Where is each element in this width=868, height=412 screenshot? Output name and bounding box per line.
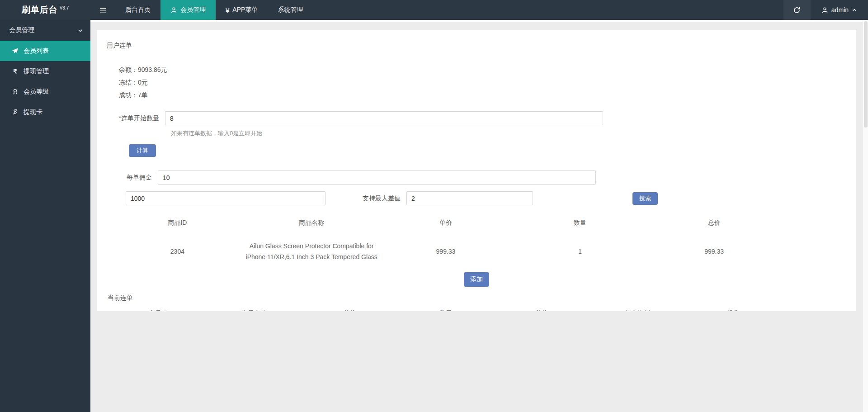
- current-chain-table: 商品ID 商品名称 单价 数量 总价 佣金比例 操作: [110, 303, 781, 311]
- tab-system-management-label: 系统管理: [278, 6, 303, 14]
- search-button[interactable]: 搜索: [632, 192, 658, 205]
- product-total-cell: 999.33: [647, 232, 781, 262]
- sidebar-item-member-level[interactable]: 会员等级: [0, 81, 90, 102]
- column-header: 操作: [685, 303, 781, 311]
- product-search-table: 商品ID 商品名称 单价 数量 总价 2304 Ailun Glass Scre…: [110, 211, 781, 262]
- success-stat: 成功：7单: [119, 91, 856, 99]
- table-row: 2304 Ailun Glass Screen Protector Compat…: [110, 232, 781, 262]
- column-header: 数量: [513, 211, 647, 232]
- add-button[interactable]: 添加: [464, 272, 489, 287]
- top-nav-tabs: 后台首页 会员管理 ¥ APP菜单 系统管理: [115, 0, 313, 20]
- success-value: 7单: [138, 91, 148, 99]
- hamburger-icon: [99, 6, 107, 14]
- start-quantity-hint: 如果有连单数据，输入0是立即开始: [171, 129, 856, 137]
- column-header: 数量: [398, 303, 494, 311]
- commission-row: 每单佣金: [97, 170, 856, 185]
- table-header-row: 商品ID 商品名称 单价 数量 总价: [110, 211, 781, 232]
- tab-app-menu[interactable]: ¥ APP菜单: [216, 0, 268, 20]
- page-scrollbar[interactable]: [863, 20, 868, 412]
- balance-value: 9093.86元: [138, 66, 167, 73]
- tab-dashboard[interactable]: 后台首页: [115, 0, 160, 20]
- frozen-label: 冻结：: [119, 79, 138, 86]
- sidebar-item-member-list[interactable]: 会员列表: [0, 41, 90, 61]
- sidebar-item-label: 会员等级: [24, 88, 49, 96]
- scrollbar-thumb[interactable]: [864, 21, 868, 128]
- commission-input[interactable]: [158, 170, 596, 185]
- rupee-icon: ₹: [12, 68, 19, 75]
- column-header: 商品ID: [110, 303, 206, 311]
- tab-dashboard-label: 后台首页: [125, 6, 151, 14]
- top-navbar: 刷单后台 V3.7 后台首页 会员管理 ¥ APP菜单 系统管理 admin: [0, 0, 868, 20]
- table-header-row: 商品ID 商品名称 单价 数量 总价 佣金比例 操作: [110, 303, 781, 311]
- sidebar-item-label: 会员列表: [24, 47, 49, 55]
- commission-label: 每单佣金: [127, 174, 152, 182]
- success-label: 成功：: [119, 91, 138, 99]
- calculate-button[interactable]: 计算: [129, 144, 156, 157]
- product-id-cell: 2304: [110, 232, 245, 262]
- refresh-icon: [793, 6, 801, 14]
- sidebar-group-member-management[interactable]: 会员管理: [0, 20, 90, 41]
- start-quantity-label: *连单开始数量: [97, 114, 165, 123]
- balance-stat: 余额：9093.86元: [119, 66, 856, 74]
- balance-label: 余额：: [119, 66, 138, 73]
- max-diff-label: 支持最大差值: [363, 194, 401, 203]
- tab-member-management[interactable]: 会员管理: [160, 0, 216, 20]
- sidebar-item-label: 提现卡: [24, 108, 42, 116]
- app-version: V3.7: [60, 5, 69, 10]
- user-icon: [821, 7, 828, 14]
- sidebar-group-label: 会员管理: [9, 26, 34, 34]
- column-header: 单价: [379, 211, 513, 232]
- column-header: 商品ID: [110, 211, 245, 232]
- column-header: 总价: [647, 211, 781, 232]
- frozen-value: 0元: [138, 79, 148, 86]
- product-qty-cell: 1: [513, 232, 647, 262]
- main-content: 用户连单 余额：9093.86元 冻结：0元 成功：7单 *连单开始数量 如果有…: [90, 22, 868, 311]
- price-input[interactable]: [126, 191, 326, 205]
- chevron-down-icon: [77, 28, 83, 33]
- user-icon: [170, 7, 177, 14]
- user-chain-order-panel: 用户连单 余额：9093.86元 冻结：0元 成功：7单 *连单开始数量 如果有…: [97, 30, 856, 311]
- product-search-row: 支持最大差值 搜索: [97, 191, 856, 205]
- column-header: 总价: [494, 303, 590, 311]
- username: admin: [831, 6, 849, 14]
- column-header: 商品名称: [245, 211, 379, 232]
- frozen-stat: 冻结：0元: [119, 79, 856, 87]
- column-header: 单价: [302, 303, 398, 311]
- column-header: 商品名称: [206, 303, 302, 311]
- panel-title: 用户连单: [107, 42, 856, 50]
- sidebar-toggle-button[interactable]: [90, 0, 115, 20]
- account-stats: 余额：9093.86元 冻结：0元 成功：7单: [119, 66, 856, 99]
- product-price-cell: 999.33: [379, 232, 513, 262]
- sidebar: 会员管理 会员列表 ₹ 提现管理 会员等级 提现卡: [0, 20, 90, 412]
- start-quantity-row: *连单开始数量: [97, 111, 856, 125]
- start-quantity-input[interactable]: [165, 111, 603, 125]
- tab-member-management-label: 会员管理: [180, 6, 206, 14]
- refresh-button[interactable]: [783, 0, 811, 20]
- topbar-right: admin: [783, 0, 868, 20]
- app-title: 刷单后台: [22, 4, 58, 16]
- paper-plane-icon: [12, 47, 19, 54]
- caret-up-icon: [852, 7, 857, 13]
- column-header: 佣金比例: [590, 303, 685, 311]
- product-name-cell: Ailun Glass Screen Protector Compatible …: [245, 232, 379, 262]
- current-chain-title: 当前连单: [108, 294, 856, 302]
- sidebar-item-withdraw-management[interactable]: ₹ 提现管理: [0, 61, 90, 81]
- tab-system-management[interactable]: 系统管理: [268, 0, 313, 20]
- tab-app-menu-label: APP菜单: [232, 6, 258, 14]
- app-logo[interactable]: 刷单后台 V3.7: [0, 0, 90, 20]
- sidebar-item-withdraw-card[interactable]: 提现卡: [0, 102, 90, 122]
- user-menu[interactable]: admin: [811, 0, 868, 20]
- yen-icon: ¥: [226, 6, 229, 14]
- medal-icon: [12, 88, 19, 95]
- sidebar-item-label: 提现管理: [24, 67, 49, 76]
- dollar-slash-icon: [12, 109, 19, 115]
- max-diff-input[interactable]: [406, 191, 533, 205]
